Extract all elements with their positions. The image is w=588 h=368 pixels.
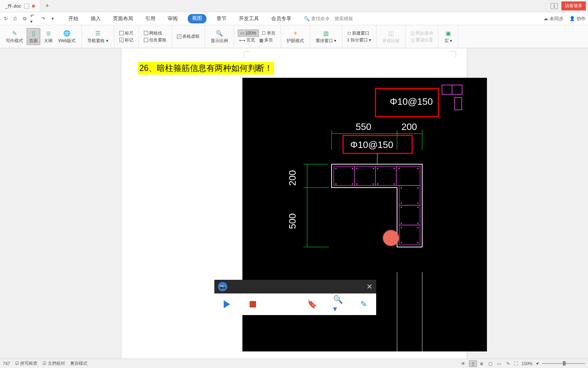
tab-reference[interactable]: 引用: [143, 14, 158, 23]
qat-overflow-icon[interactable]: ▾: [49, 15, 56, 22]
new-tab-button[interactable]: +: [40, 2, 54, 10]
svg-point-27: [352, 168, 353, 169]
web-view-status-button[interactable]: ▭: [495, 360, 503, 367]
person-icon: 👤: [569, 16, 575, 21]
markup-checkbox[interactable]: ✓标记: [118, 37, 135, 44]
gridlines-checkbox[interactable]: 网格线: [142, 30, 164, 37]
rearrange-window-button[interactable]: ▥ 重排窗口 ▾: [314, 28, 338, 45]
page-view-status-button[interactable]: ▯: [469, 360, 477, 367]
page-view-button[interactable]: ▯ 页面: [27, 28, 40, 45]
cad-label-phi2: Φ10@150: [350, 139, 393, 150]
highlighted-heading: 26、暗柱箍筋信息有两种如何判断！: [138, 62, 274, 75]
svg-point-39: [393, 183, 395, 185]
document-area[interactable]: 26、暗柱箍筋信息有两种如何判断！ Φ10@150 550 200: [0, 48, 588, 359]
svg-point-26: [335, 168, 337, 169]
table-dashed-checkbox[interactable]: ✓表格虚框: [176, 33, 201, 40]
svg-rect-1: [442, 85, 452, 94]
svg-rect-3: [455, 98, 462, 110]
svg-point-34: [335, 183, 337, 185]
redo-icon[interactable]: ↷: [40, 15, 47, 22]
globe-icon: 🌐: [63, 29, 71, 37]
page-number[interactable]: 747: [3, 361, 10, 366]
tab-review[interactable]: 审阅: [165, 14, 180, 23]
zoom-out-icon[interactable]: −: [537, 360, 539, 365]
margin-corner-tl: [244, 51, 250, 58]
compare-icon: ◫: [387, 29, 395, 37]
play-button[interactable]: [222, 300, 232, 309]
multi-page-button[interactable]: ▦ 多页: [258, 37, 274, 44]
tab-devtools[interactable]: 开发工具: [237, 14, 261, 23]
sync-status[interactable]: ☁ 未同步: [543, 15, 564, 22]
zoom-value-display[interactable]: ▭ 100%: [238, 30, 259, 37]
marker-tool-button[interactable]: 🔖: [307, 300, 316, 309]
notification-badge[interactable]: 1: [551, 3, 558, 9]
undo-icon[interactable]: ↶ ▾: [30, 15, 37, 22]
svg-point-51: [417, 242, 419, 243]
document-tab[interactable]: _件.doc: [0, 0, 40, 12]
window-mode-icon[interactable]: [24, 4, 29, 9]
tab-section[interactable]: 章节: [214, 14, 229, 23]
write-mode-button[interactable]: ✎ 写作模式: [4, 28, 25, 45]
fit-icon[interactable]: ⛶: [514, 361, 518, 366]
proofread-status[interactable]: ☑ 文档校对: [42, 360, 65, 367]
zoom-tool-button[interactable]: 🔍 ▾: [333, 300, 342, 309]
print-preview-icon[interactable]: ⧉: [21, 15, 28, 22]
macro-button[interactable]: ▣ 宏 ▾: [442, 28, 454, 45]
tab-home[interactable]: 开始: [66, 14, 81, 23]
sync-scroll-button: ◫ 同步滚动: [409, 30, 434, 37]
screen-recorder-toolbar[interactable]: 📷 ✕ 🔖 🔍 ▾ ✎: [214, 280, 376, 315]
tab-layout[interactable]: 页面布局: [111, 14, 135, 23]
tab-member[interactable]: 会员专享: [269, 14, 293, 23]
svg-point-44: [401, 207, 402, 208]
spellcheck-status[interactable]: ☑ 拼写检查: [15, 360, 37, 367]
title-bar: _件.doc + 1 访客登录: [0, 0, 588, 12]
outline-view-status-button[interactable]: ≣: [478, 360, 486, 367]
taskpane-checkbox[interactable]: 任务窗格: [142, 37, 168, 44]
eye-care-button[interactable]: ☀ 护眼模式: [284, 28, 306, 45]
outline-icon: ≣: [44, 29, 52, 37]
zoom-label[interactable]: 100%: [521, 361, 533, 366]
svg-rect-21: [375, 166, 396, 185]
unsaved-dot-icon: [32, 5, 35, 8]
reader-view-status-button[interactable]: ▢: [486, 360, 494, 367]
annotation-icon[interactable]: ✎: [506, 361, 510, 366]
svg-point-43: [417, 202, 419, 204]
zoom-thumb[interactable]: [563, 361, 566, 365]
collab-button[interactable]: 👤 协作: [569, 15, 586, 22]
print-icon[interactable]: ⎙: [12, 15, 19, 22]
reset-position-button: ◫ 重设位置: [409, 37, 434, 44]
nav-pane-button[interactable]: ☰ 导航窗格 ▾: [85, 28, 110, 45]
compare-button: ◫ 并排比较: [380, 28, 402, 45]
close-icon[interactable]: ✕: [366, 282, 373, 291]
zoom-ratio-button[interactable]: 🔍 显示比例: [209, 28, 230, 45]
stop-button[interactable]: [248, 300, 257, 309]
svg-point-48: [401, 227, 402, 228]
cad-dim-500: 500: [287, 214, 298, 229]
svg-point-38: [377, 183, 378, 185]
redo-arrow-icon[interactable]: ↻: [2, 15, 9, 22]
tab-view[interactable]: 视图: [188, 14, 206, 23]
zoom-slider[interactable]: −: [542, 363, 585, 364]
single-page-button[interactable]: ☐ 单页: [260, 30, 277, 37]
split-window-button[interactable]: ⫿ 拆分窗口 ▾: [346, 37, 373, 44]
cad-label-phi1: Φ10@150: [390, 96, 433, 107]
eye-status-icon[interactable]: 👁: [461, 361, 465, 366]
new-window-button[interactable]: ◻ 新建窗口: [346, 30, 371, 37]
outline-view-button[interactable]: ≣ 大纲: [42, 28, 55, 45]
play-icon: [224, 300, 230, 308]
svg-point-42: [401, 202, 402, 204]
svg-point-46: [401, 223, 402, 224]
ruler-checkbox[interactable]: 标尺: [118, 30, 135, 37]
tab-insert[interactable]: 插入: [88, 14, 103, 23]
svg-point-31: [393, 168, 395, 169]
web-view-button[interactable]: 🌐 Web版式: [56, 28, 78, 45]
cursor-indicator: [383, 230, 399, 246]
pen-tool-button[interactable]: ✎: [359, 300, 368, 309]
svg-point-35: [352, 183, 353, 185]
login-button[interactable]: 访客登录: [561, 1, 586, 10]
svg-point-30: [377, 168, 378, 169]
svg-rect-19: [334, 166, 355, 185]
page-width-button[interactable]: ⟷ 页宽: [238, 37, 256, 44]
svg-rect-23: [399, 185, 420, 205]
command-search[interactable]: 🔍 查找命令、搜索模板: [301, 14, 356, 23]
